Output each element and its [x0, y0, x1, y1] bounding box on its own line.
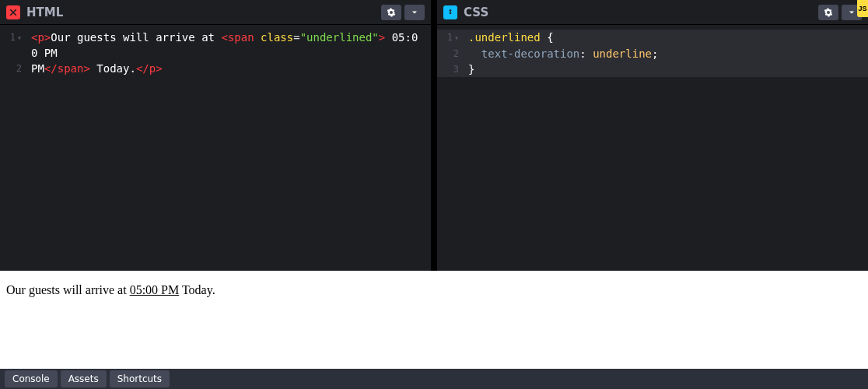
footer-bar: Console Assets Shortcuts	[0, 369, 868, 389]
shortcuts-button[interactable]: Shortcuts	[110, 370, 170, 387]
line-number: 2	[0, 61, 31, 76]
css-panel-header: CSS	[437, 0, 868, 25]
console-button[interactable]: Console	[5, 370, 58, 387]
code-line: 2 PM</span> Today.</p>	[0, 61, 431, 76]
code-line: 3 }	[437, 61, 868, 77]
fold-icon[interactable]: ▾	[454, 33, 459, 42]
output-preview: Our guests will arrive at 05:00 PM Today…	[0, 271, 868, 369]
css-icon	[443, 5, 457, 19]
line-number: 1▾	[0, 30, 31, 61]
css-panel-title: CSS	[464, 5, 488, 19]
code-line: 2 text-decoration: underline;	[437, 46, 868, 61]
html-panel-header: HTML	[0, 0, 431, 25]
settings-button[interactable]	[381, 5, 401, 20]
html-panel-actions	[381, 5, 425, 20]
code-line: 1▾ <p>Our guests will arrive at <span cl…	[0, 30, 431, 61]
assets-button[interactable]: Assets	[61, 370, 107, 387]
fold-icon[interactable]: ▾	[17, 33, 22, 42]
css-code-editor[interactable]: 1▾ .underlined { 2 text-decoration: unde…	[437, 25, 868, 271]
css-panel: CSS 1▾ .underlined { 2 text-decoration: …	[437, 0, 868, 271]
output-text: Our guests will arrive at 05:00 PM Today…	[6, 283, 862, 297]
css-panel-actions	[818, 5, 862, 20]
editor-panes: HTML 1▾ <p>Our guests will arrive at <sp…	[0, 0, 868, 271]
html-code-editor[interactable]: 1▾ <p>Our guests will arrive at <span cl…	[0, 25, 431, 271]
html-panel: HTML 1▾ <p>Our guests will arrive at <sp…	[0, 0, 431, 271]
chevron-down-button[interactable]	[404, 5, 425, 20]
html-panel-title: HTML	[26, 5, 63, 19]
code-line: 1▾ .underlined {	[437, 30, 868, 46]
line-number: 2	[437, 46, 468, 61]
line-number: 1▾	[437, 30, 468, 46]
settings-button[interactable]	[818, 5, 838, 20]
underlined-time: 05:00 PM	[130, 283, 180, 296]
html-icon	[6, 5, 20, 19]
line-number: 3	[437, 61, 468, 77]
js-side-tab[interactable]: JS	[857, 0, 868, 17]
